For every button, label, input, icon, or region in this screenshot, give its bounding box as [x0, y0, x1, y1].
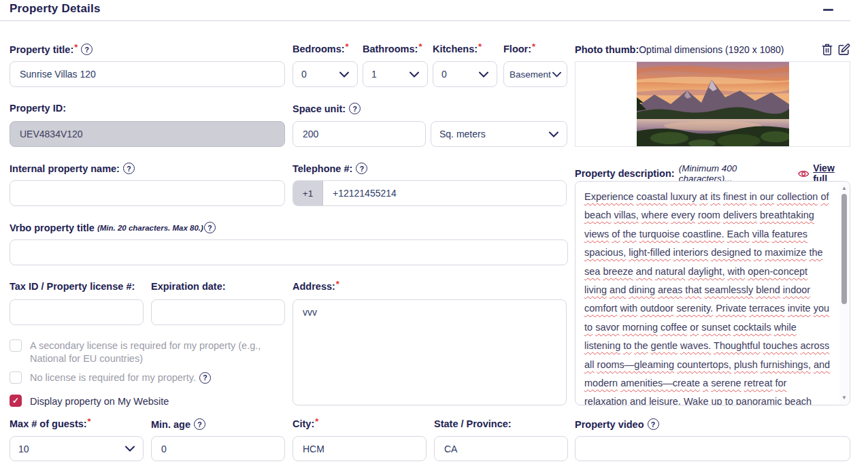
telephone-field: +1 — [293, 180, 567, 206]
property-video-label: Property video ? — [575, 418, 659, 430]
floor-label: Floor:* — [503, 44, 535, 54]
help-icon[interactable]: ? — [199, 372, 211, 384]
state-label: State / Province: — [434, 418, 512, 429]
chevron-down-icon — [410, 71, 419, 78]
checkbox-secondary-license[interactable]: ✓ — [10, 339, 22, 352]
vrbo-title-label: Vrbo property title (Min. 20 characters.… — [10, 222, 216, 233]
scroll-down-arrow[interactable]: ▼ — [839, 393, 849, 403]
edit-icon — [837, 43, 850, 56]
min-age-input[interactable] — [151, 436, 285, 461]
address-label: Address:* — [293, 281, 339, 292]
floor-select[interactable]: Basement — [503, 61, 567, 87]
help-icon[interactable]: ? — [204, 222, 216, 233]
trash-icon — [821, 43, 833, 56]
city-input[interactable] — [293, 436, 427, 461]
help-icon[interactable]: ? — [194, 418, 205, 430]
description-textarea[interactable]: Experience coastal luxury at its finest … — [575, 181, 850, 405]
check-icon: ✓ — [12, 397, 19, 405]
property-id-input — [10, 121, 285, 147]
expiration-date-input[interactable] — [151, 299, 285, 325]
checkbox-no-license[interactable]: ✓ — [10, 371, 22, 384]
expiration-date-label: Expiration date: — [151, 281, 226, 292]
collapse-panel-icon[interactable] — [823, 9, 833, 11]
property-details-panel: Property Details Property title:* ? Bedr… — [0, 0, 868, 466]
tax-id-input[interactable] — [10, 299, 144, 325]
chevron-down-icon — [549, 131, 558, 137]
checkbox-no-license-label[interactable]: No license is required for my property. … — [30, 371, 211, 384]
chevron-down-icon — [479, 71, 488, 78]
checkbox-display-website[interactable]: ✓ — [10, 395, 22, 407]
header-divider — [0, 20, 850, 21]
chevron-down-icon — [125, 446, 135, 452]
chevron-down-icon — [339, 71, 349, 78]
help-icon[interactable]: ? — [648, 418, 659, 430]
max-guests-label: Max # of guests:* — [10, 418, 91, 429]
state-input[interactable] — [434, 436, 568, 461]
description-label: Property description: — [575, 168, 675, 179]
photo-thumb-label: Photo thumb:Optimal dimensions (1920 x 1… — [575, 44, 784, 55]
min-age-label: Min. age ? — [151, 418, 205, 430]
space-unit-label: Space unit: ? — [293, 103, 361, 114]
bedrooms-label: Bedrooms:* — [293, 44, 349, 54]
kitchens-select[interactable]: 0 — [433, 61, 497, 87]
telephone-label: Telephone #: ? — [293, 163, 367, 174]
space-unit-select[interactable]: Sq. meters — [431, 121, 567, 147]
photo-thumbnail[interactable] — [575, 61, 850, 147]
eye-icon[interactable] — [798, 169, 809, 178]
property-video-input[interactable] — [575, 436, 850, 461]
space-unit-input[interactable] — [293, 121, 426, 147]
kitchens-label: Kitchens:* — [433, 44, 482, 54]
phone-country-code[interactable]: +1 — [293, 181, 323, 205]
description-text: Experience coastal luxury at its finest … — [584, 191, 830, 405]
bedrooms-select[interactable]: 0 — [293, 61, 358, 87]
help-icon[interactable]: ? — [81, 44, 93, 55]
tax-id-label: Tax ID / Property license #: — [10, 281, 135, 292]
help-icon[interactable]: ? — [356, 163, 367, 174]
property-photo — [637, 62, 789, 146]
city-label: City:* — [293, 418, 318, 429]
bathrooms-select[interactable]: 1 — [363, 61, 428, 87]
checkbox-display-website-label[interactable]: Display property on My Website — [30, 395, 169, 408]
scroll-up-arrow[interactable]: ▲ — [839, 184, 849, 193]
max-guests-select[interactable]: 10 — [10, 436, 144, 461]
page-title: Property Details — [10, 2, 101, 16]
delete-photo-button[interactable] — [821, 43, 833, 59]
vrbo-title-input[interactable] — [10, 239, 568, 265]
scrollbar[interactable]: ▲ ▼ — [839, 182, 849, 404]
internal-name-label: Internal property name: ? — [10, 163, 135, 174]
property-id-label: Property ID: — [10, 103, 66, 114]
help-icon[interactable]: ? — [123, 163, 135, 174]
internal-name-input[interactable] — [10, 180, 285, 206]
help-icon[interactable]: ? — [349, 103, 361, 114]
chevron-down-icon — [552, 71, 561, 78]
bathrooms-label: Bathrooms:* — [363, 44, 422, 54]
property-title-input[interactable] — [10, 61, 285, 87]
address-textarea[interactable]: vvv — [293, 299, 567, 405]
telephone-input[interactable] — [323, 181, 566, 205]
checkbox-secondary-license-label[interactable]: A secondary license is required for my p… — [30, 339, 297, 365]
property-title-label: Property title:* ? — [10, 44, 93, 55]
edit-photo-button[interactable] — [837, 43, 850, 59]
scroll-thumb[interactable] — [841, 194, 847, 304]
